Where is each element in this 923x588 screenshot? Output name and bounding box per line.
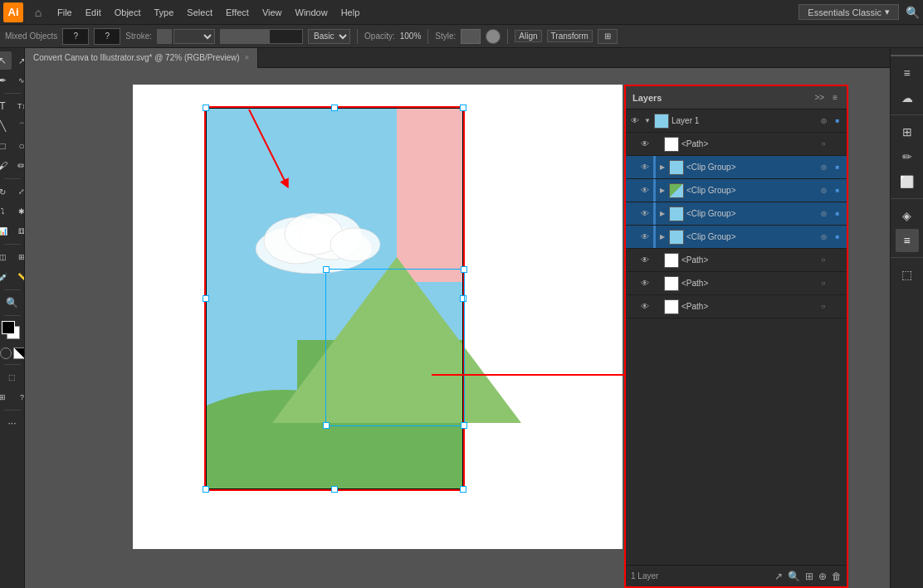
menu-object[interactable]: Object — [109, 6, 147, 19]
handle-tl[interactable] — [203, 104, 209, 111]
menu-window[interactable]: Window — [290, 6, 334, 19]
menu-file[interactable]: File — [51, 6, 78, 19]
handle-bm[interactable] — [331, 486, 338, 493]
home-button[interactable]: ⌂ — [28, 2, 48, 22]
mesh-tool[interactable]: ⊞ — [12, 248, 25, 266]
layer-visibility-icon[interactable]: ◎ — [818, 162, 829, 173]
create-new-sublayer-button[interactable]: ⊞ — [805, 571, 813, 582]
layer-row[interactable]: 👁 <Path> ○ — [626, 295, 847, 318]
make-clipping-mask-button[interactable]: ↗ — [774, 571, 783, 582]
change-screen-mode[interactable]: ⬚ — [3, 368, 22, 386]
eye-icon[interactable]: 👁 — [639, 278, 651, 289]
no-color-icon[interactable] — [0, 347, 12, 359]
eye-icon[interactable]: 👁 — [639, 231, 651, 243]
puppet-tool[interactable]: ✱ — [12, 202, 25, 221]
handle-bl[interactable] — [203, 486, 209, 493]
menu-type[interactable]: Type — [149, 6, 180, 19]
transform-button[interactable]: Transform — [547, 30, 593, 42]
expand-icon[interactable]: ▼ — [643, 117, 652, 125]
layers-collapse-button[interactable]: >> — [812, 93, 827, 102]
brush-tool[interactable]: 🖌 — [0, 157, 12, 175]
eye-icon[interactable]: 👁 — [639, 185, 651, 197]
expand-icon[interactable]: ▶ — [658, 187, 667, 195]
active-tab[interactable]: Convert Canva to Illustrator.svg* @ 72% … — [25, 48, 258, 68]
layer-lock-icon[interactable]: ■ — [832, 115, 843, 127]
layer-visibility-icon[interactable]: ◎ — [818, 185, 829, 197]
sub-handle-bl[interactable] — [323, 422, 330, 429]
more-tools-button[interactable]: ··· — [3, 414, 22, 432]
layer-lock-icon[interactable]: ■ — [832, 162, 843, 173]
color-picker[interactable] — [486, 29, 501, 44]
type-tool[interactable]: T — [0, 97, 12, 115]
sub-handle-tl[interactable] — [323, 266, 330, 273]
expand-icon[interactable]: ▶ — [658, 163, 667, 172]
style-select[interactable]: Basic — [308, 29, 350, 44]
layer-visibility-icon[interactable]: ○ — [818, 255, 829, 266]
gradient-tool[interactable]: ◫ — [0, 248, 12, 266]
scale-tool[interactable]: ⤢ — [12, 182, 25, 201]
direct-select-tool[interactable]: ↗ — [12, 51, 25, 70]
libraries-panel-button[interactable]: ☁ — [896, 86, 919, 109]
menu-edit[interactable]: Edit — [80, 6, 107, 19]
delete-layer-button[interactable]: 🗑 — [832, 571, 842, 582]
expand-icon[interactable]: ▶ — [658, 233, 667, 241]
layer-row[interactable]: 👁 <Path> ○ — [626, 272, 847, 295]
handle-tr[interactable] — [460, 104, 466, 111]
column-chart-tool[interactable]: 📊 — [0, 222, 12, 241]
eye-icon[interactable]: 👁 — [639, 301, 651, 313]
layers-menu-button[interactable]: ≡ — [830, 93, 840, 102]
essentials-button[interactable]: Essentials Classic ▾ — [798, 4, 899, 20]
layer-row[interactable]: 👁 ▶ <Clip Group> ◎ ■ — [626, 226, 847, 249]
warp-tool[interactable]: ⤵ — [0, 202, 12, 221]
menu-view[interactable]: View — [256, 6, 288, 19]
menu-select[interactable]: Select — [181, 6, 218, 19]
stroke-select[interactable] — [173, 29, 215, 44]
artboards-panel-button[interactable]: ⬚ — [896, 263, 919, 286]
curvature-tool[interactable]: ∿ — [12, 71, 25, 90]
eye-icon[interactable]: 👁 — [639, 208, 651, 220]
layer-row[interactable]: 👁 ▶ <Clip Group> ◎ ■ — [626, 202, 847, 226]
line-tool[interactable]: ╲ — [0, 117, 12, 135]
eye-icon[interactable]: 👁 — [639, 138, 651, 150]
menu-effect[interactable]: Effect — [220, 6, 255, 19]
layer-visibility-icon[interactable]: ◎ — [818, 208, 829, 220]
layer-visibility-icon[interactable]: ◎ — [818, 231, 829, 243]
handle-br[interactable] — [460, 486, 466, 493]
layer-lock-icon[interactable]: ■ — [832, 208, 843, 220]
layer-row[interactable]: 👁 ▼ Layer 1 ◎ ■ — [626, 109, 847, 133]
selection-tool[interactable]: ↖ — [0, 51, 12, 70]
layer-row[interactable]: 👁 ▶ <Clip Group> ◎ ■ — [626, 179, 847, 202]
swatches-panel-button[interactable]: ⬜ — [896, 170, 919, 193]
eye-icon[interactable]: 👁 — [639, 162, 651, 173]
expand-icon[interactable]: ▶ — [658, 210, 667, 218]
brushes-panel-button[interactable]: ✏ — [896, 145, 919, 168]
pencil-tool[interactable]: ✏ — [12, 157, 25, 175]
search-icon[interactable]: 🔍 — [906, 6, 920, 19]
layers-panel-button[interactable]: ≡ — [896, 229, 919, 252]
locate-object-button[interactable]: 🔍 — [788, 571, 800, 582]
layer-visibility-icon[interactable]: ○ — [818, 138, 829, 150]
layer-lock-icon[interactable]: ■ — [832, 185, 843, 197]
rotate-tool[interactable]: ↻ — [0, 182, 12, 201]
layer-visibility-icon[interactable]: ○ — [818, 301, 829, 313]
arc-tool[interactable]: ⌒ — [12, 117, 25, 135]
layer-row[interactable]: 👁 ▶ <Clip Group> ◎ ■ — [626, 156, 847, 179]
tab-close-button[interactable]: × — [245, 53, 250, 62]
layer-visibility-icon[interactable]: ○ — [818, 278, 829, 289]
eye-icon[interactable]: 👁 — [629, 115, 641, 127]
rect-tool[interactable]: □ — [0, 137, 12, 155]
measure-tool[interactable]: 📏 — [12, 268, 25, 286]
create-new-layer-button[interactable]: ⊕ — [818, 571, 827, 582]
arrange-icon[interactable]: ⊞ — [598, 29, 618, 44]
perspective-tool[interactable]: ? — [13, 388, 26, 406]
eye-icon[interactable]: 👁 — [639, 255, 651, 266]
zoom-tool[interactable]: 🔍 — [3, 294, 22, 312]
swap-colors-icon[interactable] — [13, 347, 25, 359]
handle-tm[interactable] — [331, 104, 338, 111]
perspective-grid-tool[interactable]: ⊞ — [0, 388, 12, 406]
ellipse-tool[interactable]: ○ — [12, 137, 25, 155]
sub-handle-tr[interactable] — [461, 266, 467, 273]
layer-lock-icon[interactable]: ■ — [832, 231, 843, 243]
properties-panel-button[interactable]: ≡ — [896, 61, 919, 85]
assets-panel-button[interactable]: ⊞ — [896, 120, 919, 143]
